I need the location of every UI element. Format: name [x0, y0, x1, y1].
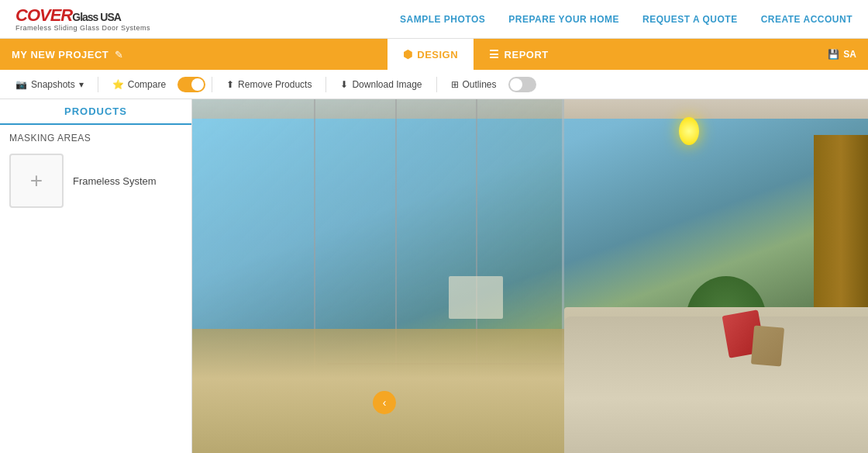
- project-tabs: ⬢ DESIGN ☰ REPORT: [388, 39, 564, 70]
- nav-links: SAMPLE PHOTOS PREPARE YOUR HOME REQUEST …: [400, 14, 852, 25]
- project-bar: MY NEW PROJECT ✎ ⬢ DESIGN ☰ REPORT 💾 SA: [0, 39, 868, 70]
- download-image-label: Download Image: [352, 79, 422, 90]
- sidebar: PRODUCTS MASKING AREAS + Frameless Syste…: [0, 99, 192, 453]
- top-navigation: COVERGlass USA Frameless Sliding Glass D…: [0, 0, 868, 39]
- toolbar-divider-3: [326, 77, 326, 92]
- download-image-button[interactable]: ⬇ Download Image: [332, 76, 429, 93]
- project-title-area: MY NEW PROJECT ✎: [12, 49, 123, 61]
- nav-create-account[interactable]: CREATE ACCOUNT: [761, 14, 852, 25]
- compare-icon: ⭐: [112, 79, 124, 90]
- sofa-pillow-tan: [751, 325, 784, 366]
- sofa-area: [564, 258, 868, 453]
- report-tab-label: REPORT: [505, 49, 549, 61]
- image-area: ‹: [192, 99, 868, 453]
- brand-logo[interactable]: COVERGlass USA Frameless Sliding Glass D…: [16, 7, 150, 32]
- tab-report[interactable]: ☰ REPORT: [474, 39, 564, 70]
- toolbar-divider-4: [436, 77, 437, 92]
- snapshots-label: Snapshots: [31, 79, 75, 90]
- logo-text: COVERGlass USA: [16, 7, 121, 24]
- add-product-button[interactable]: +: [9, 154, 64, 208]
- product-type-label: Frameless System: [73, 175, 157, 187]
- tab-design[interactable]: ⬢ DESIGN: [388, 39, 474, 70]
- logo-glass-usa: Glass USA: [72, 11, 121, 23]
- outlines-icon: ⊞: [451, 79, 459, 90]
- ceiling-light: [679, 117, 699, 145]
- main-content: PRODUCTS MASKING AREAS + Frameless Syste…: [0, 99, 868, 453]
- nav-sample-photos[interactable]: SAMPLE PHOTOS: [400, 14, 485, 25]
- remove-products-label: Remove Products: [238, 79, 312, 90]
- design-tab-icon: ⬢: [403, 48, 413, 61]
- chevron-left-icon: ‹: [383, 396, 387, 409]
- sidebar-header: PRODUCTS: [0, 99, 191, 125]
- report-tab-icon: ☰: [489, 48, 500, 61]
- remove-products-button[interactable]: ⬆ Remove Products: [219, 76, 319, 93]
- balcony-chair: [449, 276, 503, 319]
- remove-icon: ⬆: [226, 79, 234, 90]
- logo-tagline: Frameless Sliding Glass Door Systems: [16, 24, 150, 32]
- outlines-button[interactable]: ⊞ Outlines: [443, 76, 505, 93]
- toolbar-divider-1: [98, 77, 98, 92]
- plus-icon: +: [30, 168, 43, 193]
- download-icon: ⬇: [340, 79, 348, 90]
- camera-icon: 📷: [16, 79, 27, 90]
- save-area: 💾 SA: [828, 49, 856, 60]
- logo-cover: COVER: [16, 5, 72, 25]
- outlines-toggle[interactable]: [508, 77, 536, 92]
- save-icon: 💾: [828, 49, 839, 60]
- toolbar: 📷 Snapshots ▾ ⭐ Compare ⬆ Remove Product…: [0, 70, 868, 99]
- sofa-body: [564, 316, 868, 453]
- collapse-sidebar-button[interactable]: ‹: [373, 391, 396, 414]
- snapshots-arrow-icon: ▾: [79, 79, 84, 90]
- design-tab-label: DESIGN: [417, 49, 458, 61]
- project-title: MY NEW PROJECT: [12, 49, 108, 61]
- save-label: SA: [843, 49, 856, 60]
- add-product-area: + Frameless System: [0, 147, 191, 214]
- edit-project-icon[interactable]: ✎: [115, 49, 123, 61]
- toolbar-divider-2: [212, 77, 212, 92]
- compare-label: Compare: [128, 79, 166, 90]
- nav-prepare-your-home[interactable]: PREPARE YOUR HOME: [508, 14, 619, 25]
- outlines-label: Outlines: [463, 79, 497, 90]
- masking-areas-label: MASKING AREAS: [0, 125, 191, 147]
- compare-toggle[interactable]: [177, 77, 205, 92]
- snapshots-button[interactable]: 📷 Snapshots ▾: [8, 76, 91, 93]
- nav-request-a-quote[interactable]: REQUEST A QUOTE: [642, 14, 738, 25]
- compare-button[interactable]: ⭐ Compare: [105, 76, 174, 93]
- room-scene: [192, 99, 868, 453]
